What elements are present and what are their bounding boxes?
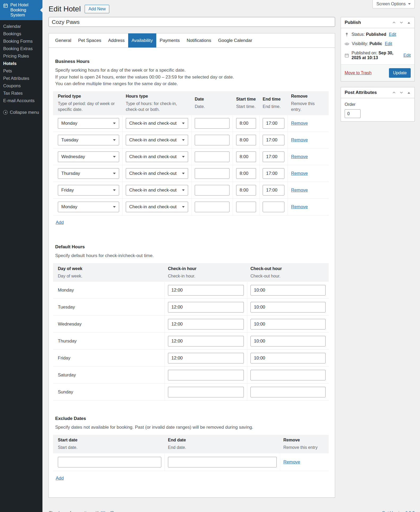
remove-row-link[interactable]: Remove [291, 154, 326, 159]
toggle-panel-icon[interactable] [405, 89, 412, 96]
checkout-hour-input[interactable] [250, 370, 326, 380]
add-business-hours-link[interactable]: Add [56, 220, 64, 225]
start-date-input[interactable] [58, 457, 161, 467]
screen-options-button[interactable]: Screen Options [373, 0, 415, 8]
post-attributes-panel: Post Attributes Order [341, 87, 415, 122]
move-down-icon[interactable] [398, 19, 405, 26]
start-time-input[interactable] [236, 202, 256, 212]
sidebar-item-pet-attributes[interactable]: Pet Attributes [0, 75, 42, 82]
period-type-select[interactable]: Tuesday [58, 135, 119, 145]
checkout-hour-input[interactable] [250, 387, 326, 397]
tab-pet-spaces[interactable]: Pet Spaces [75, 33, 105, 47]
wordpress-link[interactable]: WordPress [101, 511, 122, 512]
sidebar-item-coupons[interactable]: Coupons [0, 82, 42, 89]
start-time-input[interactable] [236, 135, 256, 145]
hours-type-select[interactable]: Check-in and check-out [126, 185, 188, 196]
sidebar-item-hotels[interactable]: Hotels [0, 60, 42, 67]
tab-google-calendar[interactable]: Google Calendar [215, 33, 256, 47]
collapse-menu-button[interactable]: Collapse menu [0, 108, 42, 116]
checkin-hour-input[interactable] [168, 285, 244, 296]
sidebar-item-tax-rates[interactable]: Tax Rates [0, 89, 42, 97]
sidebar-item-calendar[interactable]: Calendar [0, 23, 42, 30]
default-hours-row: Saturday [53, 367, 329, 384]
hotel-tabs: General Pet Spaces Address Availability … [49, 33, 335, 48]
chevron-down-icon [182, 173, 185, 176]
edit-published-link[interactable]: Edit [403, 53, 411, 58]
edit-visibility-link[interactable]: Edit [385, 41, 392, 46]
remove-row-link[interactable]: Remove [291, 188, 326, 193]
business-hours-row: Friday Check-in and check-out Remove [53, 182, 329, 199]
hours-type-select[interactable]: Check-in and check-out [126, 202, 188, 212]
period-type-select[interactable]: Wednesday [58, 151, 119, 162]
date-input[interactable] [195, 118, 230, 129]
col-day-of-week: Day of week [58, 266, 162, 271]
order-input[interactable] [345, 109, 361, 118]
sidebar-item-email-accounts[interactable]: E-mail Accounts [0, 97, 42, 104]
publish-panel-title: Publish [345, 20, 391, 25]
toggle-panel-icon[interactable] [405, 19, 412, 26]
start-time-input[interactable] [236, 168, 256, 179]
sidebar-item-booking-extras[interactable]: Booking Extras [0, 45, 42, 52]
end-time-input[interactable] [263, 202, 284, 212]
tab-notifications[interactable]: Notifications [183, 33, 215, 47]
move-down-icon[interactable] [398, 89, 405, 96]
checkout-hour-input[interactable] [250, 302, 326, 313]
remove-row-link[interactable]: Remove [283, 459, 326, 465]
date-input[interactable] [195, 185, 230, 196]
tab-address[interactable]: Address [105, 33, 128, 47]
checkout-hour-input[interactable] [250, 353, 326, 363]
move-up-icon[interactable] [391, 89, 397, 96]
add-new-button[interactable]: Add New [85, 5, 109, 13]
sidebar-item-pricing-rules[interactable]: Pricing Rules [0, 52, 42, 60]
remove-row-link[interactable]: Remove [291, 121, 326, 126]
date-input[interactable] [195, 135, 230, 145]
checkin-hour-input[interactable] [168, 336, 244, 346]
tab-general[interactable]: General [52, 33, 75, 47]
end-date-input[interactable] [168, 457, 277, 467]
period-type-select[interactable]: Friday [58, 185, 119, 196]
remove-row-link[interactable]: Remove [291, 171, 326, 176]
period-type-select[interactable]: Monday [58, 202, 119, 212]
remove-row-link[interactable]: Remove [291, 204, 326, 210]
start-time-input[interactable] [236, 185, 256, 196]
end-time-input[interactable] [263, 135, 284, 145]
tab-payments[interactable]: Payments [156, 33, 183, 47]
checkin-hour-input[interactable] [168, 319, 244, 329]
period-type-select[interactable]: Thursday [58, 168, 119, 179]
checkin-hour-input[interactable] [168, 370, 244, 380]
checkout-hour-input[interactable] [250, 285, 326, 296]
date-input[interactable] [195, 168, 230, 179]
sidebar-brand-item[interactable]: Pet Hotel Booking System [0, 0, 42, 20]
end-time-input[interactable] [263, 118, 284, 129]
sidebar-item-pets[interactable]: Pets [0, 67, 42, 75]
update-button[interactable]: Update [389, 68, 411, 78]
get-version-link[interactable]: Get Version 6.8.3 [382, 511, 415, 512]
checkin-hour-input[interactable] [168, 302, 244, 313]
period-type-select[interactable]: Monday [58, 118, 119, 129]
end-time-input[interactable] [263, 168, 284, 179]
tab-availability[interactable]: Availability [128, 33, 156, 47]
checkin-hour-input[interactable] [168, 353, 244, 363]
date-input[interactable] [195, 202, 230, 212]
hours-type-select[interactable]: Check-in and check-out [126, 135, 188, 145]
checkin-hour-input[interactable] [168, 387, 244, 397]
sidebar-item-bookings[interactable]: Bookings [0, 30, 42, 37]
hotel-title-input[interactable] [49, 17, 335, 27]
hours-type-select[interactable]: Check-in and check-out [126, 118, 188, 129]
hours-type-select[interactable]: Check-in and check-out [126, 168, 188, 179]
checkout-hour-input[interactable] [250, 319, 326, 329]
remove-row-link[interactable]: Remove [291, 137, 326, 143]
sidebar-item-booking-forms[interactable]: Booking Forms [0, 37, 42, 45]
hours-type-select[interactable]: Check-in and check-out [126, 151, 188, 162]
end-time-input[interactable] [263, 185, 284, 196]
end-time-input[interactable] [263, 151, 284, 162]
edit-status-link[interactable]: Edit [389, 32, 396, 37]
start-time-input[interactable] [236, 118, 256, 129]
date-input[interactable] [195, 151, 230, 162]
move-up-icon[interactable] [391, 19, 397, 26]
start-time-input[interactable] [236, 151, 256, 162]
footer-thanks: Thank you for creating with WordPress. [49, 511, 123, 512]
add-exclude-date-link[interactable]: Add [56, 476, 64, 481]
move-to-trash-link[interactable]: Move to Trash [345, 71, 371, 75]
checkout-hour-input[interactable] [250, 336, 326, 346]
